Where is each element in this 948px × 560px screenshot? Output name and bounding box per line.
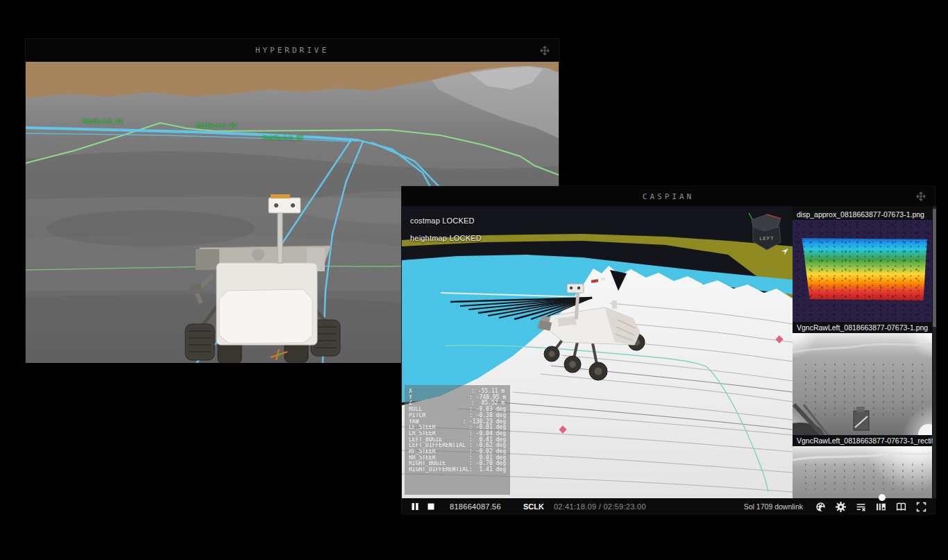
caspian-titlebar[interactable]: CASPIAN xyxy=(402,187,935,206)
sidebar-scrollbar[interactable] xyxy=(933,206,936,498)
image-filename: VgncRawLeft_0818663877-07673-1_rectified… xyxy=(793,435,936,446)
image-sidebar: disp_approx_0818663877-07673-1.png VgncR… xyxy=(793,206,936,498)
playback-toolbar: 818664087.56 SCLK 02:41:18.09 / 02:59:23… xyxy=(402,498,935,515)
caspian-3d-canvas[interactable]: costmap LOCKED heightmap LOCKED LEFT X: … xyxy=(402,206,793,498)
path-label: MobSketch_03 xyxy=(196,123,237,129)
view-cube[interactable]: LEFT xyxy=(743,210,785,253)
path-label: MobSketch_04 xyxy=(83,119,123,125)
sclk-value: 818664087.56 xyxy=(450,502,501,511)
path-label: MobSketch_02 xyxy=(263,135,303,142)
book-button[interactable] xyxy=(896,502,906,512)
view-cube-face-label: LEFT xyxy=(759,236,774,241)
costmap-status: costmap LOCKED xyxy=(410,217,475,225)
move-window-icon[interactable] xyxy=(539,45,550,56)
settings-gear-button[interactable] xyxy=(836,502,846,512)
rectified-image-thumb[interactable] xyxy=(793,446,932,500)
stop-button[interactable] xyxy=(426,502,436,511)
heightmap-status: heightmap LOCKED xyxy=(410,234,482,242)
rover-model-rear xyxy=(175,194,355,363)
sol-downlink-label: Sol 1709 downlink xyxy=(744,502,803,511)
image-columns-button[interactable] xyxy=(876,502,886,512)
image-filename: VgncRawLeft_0818663877-07673-1.png xyxy=(793,322,936,333)
caspian-window: CASPIAN xyxy=(401,186,936,514)
hyperdrive-titlebar[interactable]: HYPERDRIVE xyxy=(26,39,559,62)
rover-model-side xyxy=(537,275,652,387)
telemetry-panel: X: -55.11 m Y: -748.95 m Z: 85.52 m ROLL… xyxy=(405,385,510,495)
image-filename: disp_approx_0818663877-07673-1.png xyxy=(793,209,936,220)
timeline-slider-handle[interactable] xyxy=(879,494,886,501)
raw-camera-image-thumb[interactable] xyxy=(793,333,932,435)
cursor-arrow-icon xyxy=(781,248,789,256)
hyperdrive-title: HYPERDRIVE xyxy=(255,46,329,55)
desktop: { "hyperdrive": { "title": "HYPERDRIVE",… xyxy=(0,0,948,560)
disparity-image-thumb[interactable] xyxy=(793,220,932,322)
move-window-icon[interactable] xyxy=(915,191,926,202)
time-display: 02:41:18.09 / 02:59:23.00 xyxy=(554,502,646,511)
palette-button[interactable] xyxy=(815,502,826,512)
fullscreen-button[interactable] xyxy=(916,502,926,512)
caspian-title: CASPIAN xyxy=(643,192,694,201)
playlist-remove-button[interactable] xyxy=(856,502,866,512)
pause-button[interactable] xyxy=(410,502,420,511)
sclk-label: SCLK xyxy=(523,502,544,511)
